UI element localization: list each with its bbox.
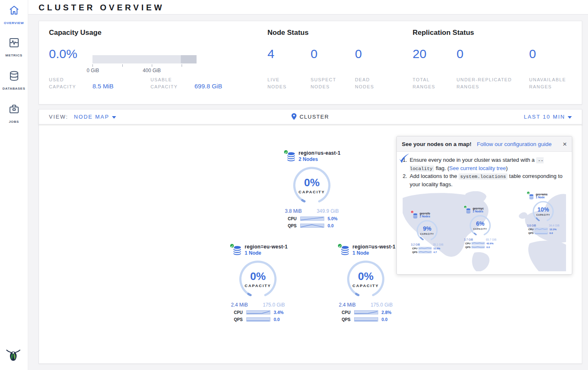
cpu-label: CPU — [288, 217, 300, 221]
capacity-percent: 0% — [346, 270, 386, 283]
capacity-label: CAPACITY — [346, 283, 386, 288]
locality-node-count: 2 Nodes — [420, 215, 430, 218]
capacity-label: CAPACITY — [292, 190, 332, 194]
qps-value: 0.0 — [328, 223, 334, 228]
sidebar: OVERVIEW METRICS DATABASES JOBS — [0, 0, 28, 370]
capacity-bar — [92, 55, 197, 63]
time-range-dropdown[interactable]: LAST 10 MIN — [524, 114, 572, 120]
locality-database-icon: ✓ — [529, 194, 534, 199]
total-ranges-value: 20 — [413, 47, 426, 61]
qps-label: QPS — [234, 317, 246, 322]
locality-eu-west-1[interactable]: ✓ region=eu-west-1 1 Node 0% CAPACITY — [231, 244, 285, 322]
qps-value: 4.7 — [433, 251, 437, 253]
preview-locality-sfo: ! geo=sfo 2 Nodes — [411, 212, 443, 253]
check-icon — [398, 153, 410, 165]
cpu-sparkline — [471, 242, 485, 245]
capacity-gauge: 10% CAPACITY — [532, 200, 554, 223]
status-ok-icon: ✓ — [283, 149, 289, 155]
capacity-usage-title: Capacity Usage — [49, 29, 102, 37]
node-map-preview-image: ! geo=sfo 2 Nodes — [403, 191, 566, 271]
close-icon[interactable]: × — [563, 141, 567, 148]
capacity-bar-reserved-segment — [181, 55, 197, 63]
dead-nodes-label: DEAD NODES — [355, 76, 386, 90]
qps-sparkline — [535, 231, 548, 234]
capacity-percent: 0% — [238, 270, 278, 283]
locality-name: region=eu-west-1 — [245, 244, 288, 250]
qps-label: QPS — [288, 224, 300, 228]
sidebar-item-label: OVERVIEW — [4, 21, 24, 25]
locality-database-icon: ✓ — [466, 208, 471, 213]
capacity-percent: 10% — [532, 206, 554, 213]
cpu-sparkline — [354, 310, 378, 315]
status-ok-icon: ✓ — [337, 243, 343, 248]
usable-capacity: 65.7 GiB — [486, 238, 496, 241]
locality-node-count: 2 Nodes — [299, 156, 340, 162]
locality-database-icon: ✓ — [340, 246, 350, 256]
unavailable-ranges-label: UNAVAILABLE RANGES — [529, 76, 579, 90]
preview-locality-ams: ✓ geo=ams 1 Node — [527, 193, 559, 234]
sidebar-item-metrics[interactable]: METRICS — [0, 37, 28, 58]
cockroachdb-logo[interactable] — [4, 346, 22, 364]
capacity-gauge: 0% CAPACITY — [346, 259, 386, 299]
axis-tick — [152, 64, 152, 67]
locality-name: region=us-west-1 — [352, 244, 396, 250]
used-capacity: 3.8 MiB — [285, 208, 302, 214]
capacity-label: CAPACITY — [416, 233, 438, 235]
used-capacity: 2.4 MiB — [231, 302, 248, 308]
qps-label: QPS — [528, 232, 535, 234]
cpu-value: 42.6% — [486, 242, 493, 245]
node-status-title: Node Status — [267, 29, 309, 37]
cluster-summary-panel: Capacity Usage 0.0% 0 GiB 400 GiB USED C… — [39, 21, 582, 105]
sidebar-item-jobs[interactable]: JOBS — [0, 104, 28, 124]
live-nodes-value: 4 — [267, 47, 275, 61]
locality-us-west-1[interactable]: ✓ region=us-west-1 1 Node 0% CAPACITY — [338, 244, 393, 322]
locality-node-count: 1 Node — [352, 250, 396, 256]
cpu-sparkline — [300, 216, 324, 221]
qps-sparkline — [246, 317, 270, 322]
under-replicated-ranges-value: 0 — [457, 47, 464, 61]
briefcase-icon — [9, 104, 19, 114]
view-bar: VIEW: NODE MAP CLUSTER LAST 10 MIN — [39, 109, 582, 124]
locality-us-east-1[interactable]: ✓ region=us-east-1 2 Nodes 0% CAPACITY — [284, 150, 339, 228]
locality-name: region=us-east-1 — [299, 150, 340, 156]
locality-node-count: 1 Node — [245, 250, 288, 256]
configuration-guide-link[interactable]: Follow our configuration guide — [477, 141, 552, 147]
database-icon — [9, 71, 19, 81]
cpu-label: CPU — [528, 228, 535, 231]
sidebar-item-databases[interactable]: DATABASES — [0, 71, 28, 91]
capacity-label: CAPACITY — [532, 214, 554, 216]
cpu-label: CPU — [412, 247, 418, 250]
dead-nodes-value: 0 — [355, 47, 362, 61]
locality-tree-link[interactable]: See current locality tree — [449, 165, 506, 171]
axis-tick-label: 400 GiB — [139, 68, 164, 73]
capacity-label: CAPACITY — [469, 228, 491, 230]
suspect-nodes-label: SUSPECT NODES — [311, 76, 346, 90]
locality-breadcrumb[interactable]: CLUSTER — [39, 113, 582, 121]
cluster-overview-page: OVERVIEW METRICS DATABASES JOBS — [0, 0, 588, 370]
popup-title: See your nodes on a map! — [402, 141, 471, 147]
usable-capacity-label: USABLE CAPACITY — [151, 76, 190, 90]
cpu-label: CPU — [234, 310, 246, 315]
preview-locality-nyc: ✓ geo=nyc 2 Nodes — [464, 207, 496, 248]
cpu-value: 3.4% — [274, 310, 284, 315]
capacity-gauge: 6% CAPACITY — [469, 214, 491, 237]
sidebar-item-label: METRICS — [5, 54, 22, 57]
map-pin-icon — [292, 113, 296, 121]
title-bar: CLUSTER OVERVIEW — [28, 0, 588, 15]
usable-capacity: 175.0 GiB — [263, 302, 285, 308]
used-capacity: 3.2 GiB — [411, 243, 420, 246]
cpu-sparkline — [418, 247, 432, 250]
used-capacity-value: 8.5 MiB — [92, 83, 114, 90]
cpu-label: CPU — [465, 242, 471, 245]
sidebar-item-overview[interactable]: OVERVIEW — [0, 5, 28, 26]
capacity-percent: 9% — [416, 225, 438, 232]
suspect-nodes-value: 0 — [311, 47, 318, 61]
usable-capacity: 175.0 GiB — [371, 302, 393, 308]
qps-sparkline — [418, 251, 432, 253]
capacity-percent: 0.0% — [49, 47, 77, 61]
capacity-percent: 6% — [469, 220, 491, 227]
sidebar-item-label: DATABASES — [2, 87, 25, 90]
node-map-panel: ✓ region=us-east-1 2 Nodes 0% CAPACITY — [39, 124, 582, 364]
total-ranges-label: TOTAL RANGES — [413, 76, 444, 90]
popup-header: See your nodes on a map! Follow our conf… — [397, 136, 572, 152]
